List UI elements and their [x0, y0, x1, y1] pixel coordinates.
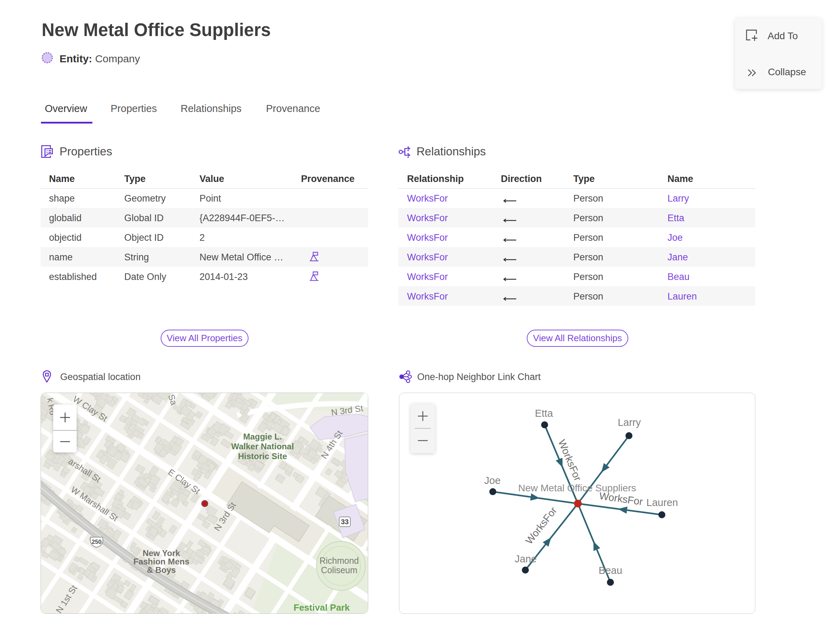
svg-text:Coliseum: Coliseum: [321, 565, 357, 575]
svg-text:Festival Park: Festival Park: [294, 602, 350, 613]
svg-text:Walker National: Walker National: [231, 442, 294, 451]
svg-text:Etta: Etta: [535, 408, 553, 419]
svg-text:Historic Site: Historic Site: [238, 451, 287, 461]
svg-text:Jane: Jane: [515, 553, 537, 564]
svg-text:Lauren: Lauren: [646, 497, 678, 508]
svg-text:Larry: Larry: [618, 417, 641, 428]
svg-text:WorksFor: WorksFor: [523, 505, 559, 546]
svg-text:Maggie L.: Maggie L.: [243, 432, 282, 441]
svg-text:New Metal Office Suppliers: New Metal Office Suppliers: [518, 483, 636, 493]
svg-text:Beau: Beau: [598, 565, 622, 576]
svg-text:Joe: Joe: [484, 475, 501, 486]
svg-text:New York: New York: [142, 548, 180, 558]
svg-text:250: 250: [92, 539, 102, 545]
svg-text:Fashion Mens: Fashion Mens: [134, 557, 189, 566]
svg-text:Richmond: Richmond: [320, 556, 359, 566]
svg-text:& Boys: & Boys: [147, 565, 176, 575]
svg-text:33: 33: [341, 518, 348, 526]
